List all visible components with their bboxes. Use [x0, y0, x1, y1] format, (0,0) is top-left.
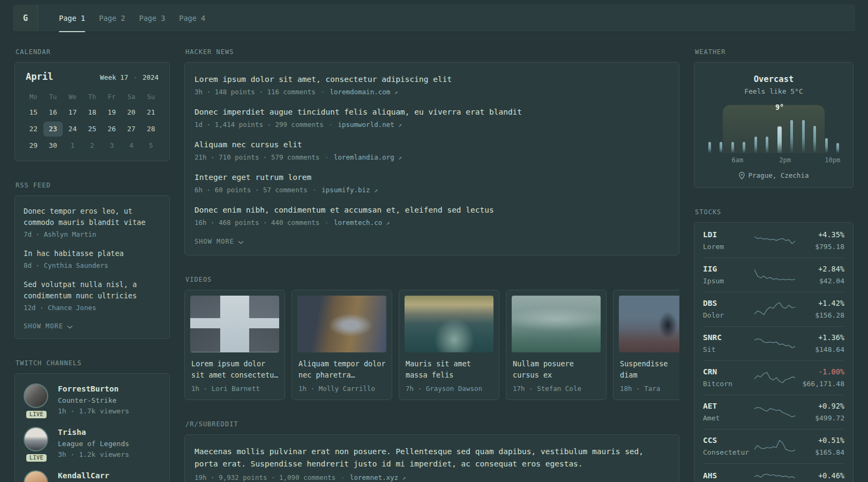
twitch-channel-row[interactable]: LIVE ForrestBurton Counter-Strike 1h · 1…	[24, 383, 161, 416]
avatar	[24, 470, 48, 482]
tab-page-3[interactable]: Page 3	[132, 5, 173, 32]
external-link-icon: ↗	[398, 122, 402, 129]
twitch-channel-name[interactable]: Trisha	[58, 427, 129, 438]
stock-row[interactable]: IIGIpsum +2.84%$42.04	[703, 258, 844, 292]
hn-story-title[interactable]: Donec enim nibh, condimentum et accumsan…	[194, 204, 669, 216]
rss-item-title[interactable]: In hac habitasse platea	[24, 248, 161, 259]
hn-story: Donec imperdiet augue tincidunt felis al…	[194, 106, 669, 130]
location-pin-icon	[739, 172, 745, 179]
reddit-post-domain: loremnet.xyz	[350, 473, 398, 481]
stock-change: +0.92%	[795, 401, 844, 411]
twitch-channel-row[interactable]: LIVE Trisha League of Legends 3h · 1.2k …	[24, 427, 161, 460]
hn-story-title[interactable]: Lorem ipsum dolor sit amet, consectetur …	[194, 73, 669, 85]
stock-row[interactable]: SNRCSit +1.36%$148.64	[703, 326, 844, 360]
separator-dot: ·	[133, 73, 138, 81]
twitch-channel-row[interactable]: KendallCarr	[24, 470, 161, 482]
twitch-channel-name[interactable]: ForrestBurton	[58, 383, 129, 394]
video-thumbnail[interactable]	[405, 296, 493, 352]
video-card[interactable]: Aliquam tempor dolornec pharetra… 1h · M…	[291, 290, 392, 400]
rss-item-title[interactable]: Donec tempor eros leo, ut commodo mauris…	[24, 206, 161, 228]
calendar-card: April Week 17 · 2024 Mo Tu We Th Fr Sa S…	[14, 62, 170, 161]
video-card[interactable]: Mauris sit ametmassa felis 7h · Grayson …	[399, 290, 499, 400]
separator-dot: ·	[320, 88, 325, 96]
subreddit-card: Maecenas mollis pulvinar erat non posuer…	[184, 434, 679, 482]
hn-story-stats: 16h · 468 points · 440 comments	[194, 219, 319, 227]
rss-item: In hac habitasse platea 8d · Cynthia Sau…	[24, 248, 161, 270]
video-thumbnail[interactable]	[297, 296, 386, 352]
video-title[interactable]: Aliquam tempor dolornec pharetra…	[298, 358, 385, 381]
separator-dot: ·	[341, 473, 345, 481]
hn-story-domain-link[interactable]: loremdomain.com ↗	[330, 88, 398, 96]
weather-bar	[743, 142, 745, 153]
calendar-day: 3	[102, 138, 122, 153]
hn-story-domain-link[interactable]: loremlandia.org ↗	[334, 153, 402, 161]
stock-row[interactable]: CCSConsectetur +0.51%$165.84	[703, 429, 844, 463]
hn-story-domain-link[interactable]: ipsumworld.net ↗	[338, 120, 402, 129]
rss-show-more-button[interactable]: SHOW MORE	[24, 322, 73, 330]
video-title[interactable]: Lorem ipsum dolorsit amet consectetu…	[191, 358, 278, 381]
hn-story-title[interactable]: Integer eget rutrum lorem	[194, 171, 669, 183]
video-thumbnail[interactable]	[619, 296, 679, 352]
weather-bar	[813, 126, 816, 153]
stock-sparkline	[754, 405, 795, 419]
calendar-year: 2024	[143, 73, 159, 81]
hn-story-title[interactable]: Donec imperdiet augue tincidunt felis al…	[194, 106, 669, 118]
hn-story-domain-link[interactable]: ipsumify.biz ↗	[321, 186, 377, 194]
calendar-day: 2	[83, 138, 102, 153]
reddit-post-domain-link[interactable]: loremnet.xyz ↗	[350, 473, 406, 481]
weather-location-text: Prague, Czechia	[749, 171, 809, 179]
weather-tick-label: 6am	[732, 156, 744, 164]
hn-story-domain: loremtech.co	[334, 219, 382, 227]
hn-story: Donec enim nibh, condimentum et accumsan…	[194, 204, 669, 228]
video-thumbnail[interactable]	[190, 296, 279, 352]
video-card[interactable]: Nullam posuerecursus ex 17h · Stefan Col…	[506, 290, 607, 400]
stock-sparkline	[754, 268, 795, 282]
video-meta: 18h · Tara	[620, 385, 679, 393]
stock-symbol: CRN	[703, 367, 754, 377]
stock-row[interactable]: DBSDolor +1.42%$156.28	[703, 292, 844, 326]
stock-name: Ipsum	[703, 276, 754, 285]
videos-section: VIDEOS Lorem ipsum dolorsit amet consect…	[184, 276, 679, 400]
twitch-section: TWITCH CHANNELS LIVE ForrestBurton Count…	[14, 359, 170, 482]
stock-row[interactable]: AETAmet +0.92%$499.72	[703, 395, 844, 429]
hn-story-title[interactable]: Aliquam nec cursus elit	[194, 139, 669, 150]
video-title[interactable]: Nullam posuerecursus ex	[513, 358, 600, 381]
rss-item-title[interactable]: Sed volutpat nulla nisl, a condimentum n…	[24, 279, 161, 302]
stock-row[interactable]: AHS +0.46%	[703, 463, 844, 482]
rss-item: Sed volutpat nulla nisl, a condimentum n…	[24, 279, 161, 313]
video-title[interactable]: Mauris sit ametmassa felis	[406, 358, 492, 381]
video-card[interactable]: Lorem ipsum dolorsit amet consectetu… 1h…	[184, 290, 285, 400]
hn-story-stats: 1d · 1,414 points · 299 comments	[194, 120, 324, 129]
weekday-label: We	[63, 91, 83, 103]
external-link-icon: ↗	[386, 220, 390, 227]
stocks-section-label: STOCKS	[695, 208, 854, 216]
weekday-label: Su	[141, 91, 161, 103]
stock-symbol: CCS	[703, 435, 754, 446]
stock-price: $165.84	[795, 448, 844, 457]
tab-page-4[interactable]: Page 4	[172, 5, 212, 32]
video-title[interactable]: Suspendissediam	[620, 358, 679, 381]
external-link-icon: ↗	[402, 475, 406, 481]
twitch-avatar: LIVE	[24, 427, 49, 460]
calendar-week-year: Week 17 · 2024	[100, 73, 159, 81]
calendar-day: 24	[63, 122, 83, 137]
hn-story-domain-link[interactable]: loremtech.co ↗	[334, 219, 390, 227]
tab-page-1[interactable]: Page 1	[52, 5, 92, 32]
tab-page-2[interactable]: Page 2	[92, 5, 132, 32]
video-thumbnail[interactable]	[512, 296, 601, 352]
hn-story-stats: 21h · 710 points · 579 comments	[194, 153, 319, 161]
videos-section-label: VIDEOS	[185, 276, 679, 283]
stock-row[interactable]: CRNBitcorn -1.00%$66,171.48	[703, 360, 844, 395]
hn-story-domain: loremdomain.com	[330, 88, 390, 96]
video-card[interactable]: Suspendissediam 18h · Tara	[613, 290, 679, 400]
hn-story-meta: 3h · 148 points · 116 comments · loremdo…	[194, 87, 669, 97]
reddit-post-title[interactable]: Maecenas mollis pulvinar erat non posuer…	[194, 446, 669, 470]
app-logo[interactable]: G	[13, 5, 38, 32]
center-column: HACKER NEWS Lorem ipsum dolor sit amet, …	[184, 48, 679, 482]
stock-row[interactable]: LDILorem +4.35%$795.18	[703, 224, 844, 258]
weather-section: WEATHER Overcast Feels like 5°C 9° 6am2p…	[694, 48, 854, 188]
stock-symbol: AET	[703, 401, 754, 411]
twitch-channel-name[interactable]: KendallCarr	[58, 470, 109, 481]
hn-show-more-button[interactable]: SHOW MORE	[194, 238, 244, 245]
stock-change: +4.35%	[795, 230, 844, 240]
